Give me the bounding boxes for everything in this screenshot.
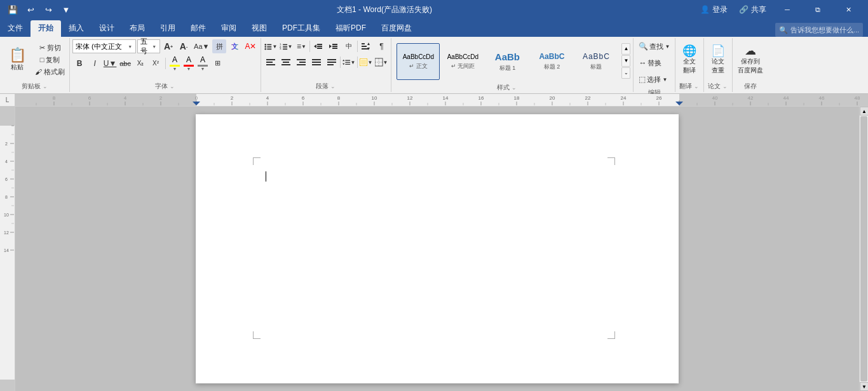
multilevel-button[interactable]: ≡▼ bbox=[294, 39, 308, 53]
font-color-arrow[interactable]: ▼ bbox=[186, 67, 192, 71]
size-dropdown-arrow[interactable]: ▼ bbox=[151, 44, 157, 49]
font-grow-button[interactable]: A+ bbox=[161, 39, 175, 53]
select-arrow[interactable]: ▼ bbox=[662, 77, 667, 83]
restore-button[interactable]: ⧉ bbox=[803, 0, 832, 19]
clipboard-expand-icon[interactable]: ⌄ bbox=[42, 83, 48, 89]
select-button[interactable]: ⬚ 选择 ▼ bbox=[636, 72, 670, 86]
search-bar[interactable]: 🔍 告诉我您想要做什么... bbox=[775, 23, 863, 37]
copy-button[interactable]: □ 复制 bbox=[33, 54, 67, 65]
tab-review[interactable]: 审阅 bbox=[214, 20, 244, 37]
find-button[interactable]: 🔍 查找 ▼ bbox=[636, 39, 672, 53]
svg-rect-124 bbox=[0, 107, 15, 126]
font-size-selector[interactable]: 五号 ▼ bbox=[137, 39, 160, 53]
font-shrink-button[interactable]: A- bbox=[177, 39, 191, 53]
scroll-down-button[interactable]: ▼ bbox=[860, 382, 868, 391]
scroll-up-button[interactable]: ▲ bbox=[860, 107, 868, 116]
underline-button[interactable]: U▼ bbox=[103, 56, 117, 70]
bullets-button[interactable]: ▼ bbox=[264, 39, 278, 53]
tab-pdf[interactable]: PDF工具集 bbox=[275, 20, 328, 37]
save-baidu-button[interactable]: ☁ 保存到 百度网盘 bbox=[735, 41, 766, 78]
replace-button[interactable]: ↔ 替换 bbox=[636, 56, 664, 70]
font-dropdown-arrow[interactable]: ▼ bbox=[127, 44, 133, 49]
strikethrough-button[interactable]: abc bbox=[118, 56, 132, 70]
align-center-button[interactable] bbox=[279, 55, 293, 69]
superscript-button[interactable]: X² bbox=[149, 56, 163, 70]
translate-expand-icon[interactable]: ⌄ bbox=[693, 83, 700, 89]
tab-insert[interactable]: 插入 bbox=[61, 20, 92, 37]
paper-expand-icon[interactable]: ⌄ bbox=[722, 83, 728, 89]
show-formatting-button[interactable]: ¶ bbox=[374, 39, 388, 53]
gallery-scroll-up[interactable]: ▲ bbox=[621, 43, 630, 55]
clear-format-button[interactable]: A✕ bbox=[243, 39, 258, 53]
shading-arrow[interactable]: ▼ bbox=[200, 67, 206, 71]
tab-mail[interactable]: 邮件 bbox=[183, 20, 214, 37]
tab-layout[interactable]: 布局 bbox=[122, 20, 153, 37]
customize-quick-button[interactable]: ▼ bbox=[58, 2, 74, 17]
linespace-arrow[interactable]: ▼ bbox=[351, 60, 356, 65]
vertical-scrollbar[interactable]: ▲ ▼ bbox=[859, 107, 868, 391]
font-highlight-button[interactable]: A ▼ bbox=[168, 55, 181, 71]
translate-full-button[interactable]: 🌐 全文 翻译 bbox=[678, 41, 701, 78]
borders-arrow[interactable]: ▼ bbox=[383, 60, 388, 65]
bullets-arrow[interactable]: ▼ bbox=[273, 44, 278, 50]
gallery-scroll-down[interactable]: ▼ bbox=[621, 55, 630, 67]
style-h2[interactable]: AaBbC 标题 2 bbox=[530, 43, 573, 80]
save-quick-button[interactable]: 💾 bbox=[5, 2, 20, 17]
change-case-button[interactable]: Aa▼ bbox=[192, 39, 211, 53]
numbering-arrow[interactable]: ▼ bbox=[288, 44, 293, 50]
font-color-button[interactable]: A ▼ bbox=[182, 55, 195, 71]
style-title[interactable]: AaBbC 标题 bbox=[574, 43, 618, 80]
char-shading-button[interactable]: A ▼ bbox=[196, 55, 209, 71]
justify-button[interactable] bbox=[309, 55, 323, 69]
format-painter-button[interactable]: 🖌 格式刷 bbox=[33, 66, 67, 77]
shading-para-arrow[interactable]: ▼ bbox=[368, 60, 373, 65]
find-arrow[interactable]: ▼ bbox=[665, 44, 670, 50]
style-nospace[interactable]: AaBbCcDd ↵ 无间距 bbox=[441, 43, 484, 80]
italic-button[interactable]: I bbox=[88, 56, 102, 70]
tab-baidu[interactable]: 百度网盘 bbox=[374, 20, 419, 37]
tab-view[interactable]: 视图 bbox=[244, 20, 275, 37]
char-border-button[interactable]: ⊞ bbox=[210, 56, 224, 70]
close-button[interactable]: ✕ bbox=[834, 0, 863, 19]
ruler-corner[interactable]: L bbox=[0, 94, 15, 107]
tab-foxit[interactable]: 福昕PDF bbox=[328, 20, 374, 37]
paragraph-expand-icon[interactable]: ⌄ bbox=[330, 83, 336, 89]
tab-file[interactable]: 文件 bbox=[0, 20, 31, 37]
gallery-expand[interactable]: ⌄ bbox=[621, 67, 630, 79]
tab-references[interactable]: 引用 bbox=[153, 20, 183, 37]
styles-expand-icon[interactable]: ⌄ bbox=[511, 84, 517, 91]
sort-button[interactable] bbox=[359, 39, 373, 53]
line-spacing-button[interactable]: ▼ bbox=[342, 55, 356, 69]
tab-home[interactable]: 开始 bbox=[31, 20, 61, 37]
bold-button[interactable]: B bbox=[72, 56, 86, 70]
style-h1[interactable]: AaBb 标题 1 bbox=[485, 43, 529, 80]
doc-page[interactable] bbox=[196, 114, 679, 383]
borders-button[interactable]: ▼ bbox=[374, 55, 388, 69]
chinese-layout-button[interactable]: 中 bbox=[342, 39, 356, 53]
align-right-button[interactable] bbox=[294, 55, 308, 69]
align-left-button[interactable] bbox=[264, 55, 278, 69]
style-normal[interactable]: AaBbCcDd ↵ 正文 bbox=[397, 43, 440, 80]
share-button[interactable]: 🔗 共享 bbox=[734, 3, 771, 17]
subscript-button[interactable]: X₂ bbox=[133, 56, 147, 70]
increase-indent-button[interactable] bbox=[327, 39, 341, 53]
undo-quick-button[interactable]: ↩ bbox=[23, 2, 38, 17]
shading-button[interactable]: ▼ bbox=[359, 55, 373, 69]
highlight-arrow[interactable]: ▼ bbox=[172, 67, 178, 71]
text-effect-button[interactable]: 文 bbox=[227, 39, 241, 53]
scroll-thumb[interactable] bbox=[860, 116, 867, 381]
paper-check-button[interactable]: 📄 论文 查重 bbox=[707, 41, 729, 78]
numbering-button[interactable]: 1.2.3. ▼ bbox=[279, 39, 293, 53]
login-button[interactable]: 👤 登录 bbox=[695, 3, 733, 17]
redo-quick-button[interactable]: ↪ bbox=[41, 2, 56, 17]
font-expand-icon[interactable]: ⌄ bbox=[169, 83, 175, 89]
decrease-indent-button[interactable] bbox=[311, 39, 325, 53]
cut-button[interactable]: ✂ ✂ 剪切剪切 bbox=[33, 42, 67, 53]
distribute-button[interactable] bbox=[325, 55, 339, 69]
font-name-selector[interactable]: 宋体 (中文正文 ▼ bbox=[72, 39, 136, 53]
tab-design[interactable]: 设计 bbox=[92, 20, 122, 37]
minimize-button[interactable]: ─ bbox=[773, 0, 802, 19]
pinyin-button[interactable]: 拼 bbox=[212, 39, 226, 53]
paste-button[interactable]: 📋 粘贴 bbox=[3, 41, 32, 78]
svg-rect-126 bbox=[0, 380, 15, 391]
